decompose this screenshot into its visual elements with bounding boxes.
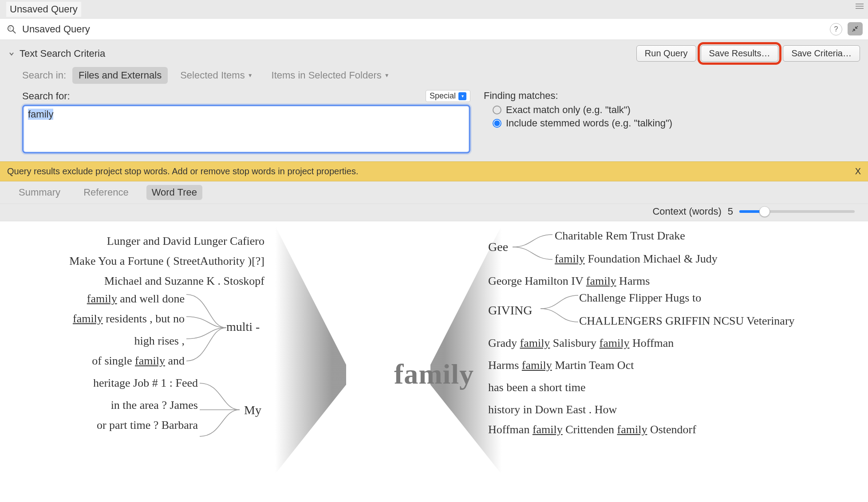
wt-right-node[interactable]: history in Down East . How [488, 403, 617, 416]
word-tree-root[interactable]: family [394, 358, 474, 391]
context-slider[interactable] [739, 210, 855, 213]
wt-left-node[interactable]: family residents , but no [73, 312, 185, 326]
wt-left-node[interactable]: of single family and [92, 354, 185, 368]
chevron-down-icon: ▼ [248, 72, 253, 78]
wt-right-node[interactable]: has been a short time [488, 381, 586, 394]
wt-right-node[interactable]: Charitable Rem Trust Drake [555, 229, 685, 243]
collapse-criteria-chevron-icon[interactable] [8, 50, 15, 57]
wt-left-branch-label[interactable]: My [244, 403, 261, 417]
save-criteria-button[interactable]: Save Criteria… [783, 45, 860, 62]
run-query-button[interactable]: Run Query [636, 45, 696, 62]
wt-left-branch-label[interactable]: multi - [226, 320, 260, 334]
wt-right-node[interactable]: Harms family Martin Team Oct [488, 359, 634, 372]
wt-left-node[interactable]: Make You a Fortune ( StreetAuthority )[?… [69, 255, 264, 268]
wt-right-node[interactable]: Hoffman family Crittenden family Ostendo… [488, 423, 696, 436]
wt-connector-icon [510, 229, 555, 265]
svg-text:T: T [9, 26, 12, 30]
wt-right-node[interactable]: CHALLENGERS GRIFFIN NCSU Veterinary [579, 314, 795, 328]
special-dropdown[interactable]: Special▾ [426, 90, 470, 102]
svg-line-1 [13, 30, 16, 33]
search-query-input[interactable]: family [22, 105, 470, 153]
finding-matches-title: Finding matches: [484, 90, 846, 102]
search-for-section: Search for: Special▾ family Finding matc… [0, 88, 868, 161]
wt-right-node[interactable]: family Foundation Michael & Judy [555, 252, 718, 266]
wt-right-node[interactable]: Grady family Salisbury family Hoffman [488, 337, 674, 350]
wt-left-node[interactable]: Michael and Suzanne K . Stoskopf [104, 275, 264, 288]
context-bar: Context (words) 5 [0, 204, 868, 221]
results-tabs: Summary Reference Word Tree [0, 181, 868, 204]
criteria-toolbar: Text Search Criteria Run Query Save Resu… [0, 40, 868, 65]
search-in-row: Search in: Files and Externals Selected … [0, 65, 868, 88]
wt-connector-icon [178, 288, 231, 368]
wt-left-node[interactable]: heritage Job # 1 : Feed [93, 376, 198, 390]
save-results-button[interactable]: Save Results… [701, 45, 779, 62]
wt-left-node[interactable]: or part time ? Barbara [97, 419, 198, 432]
wt-right-node[interactable]: Challenge Flipper Hugs to [579, 291, 701, 305]
slider-thumb[interactable] [759, 206, 770, 217]
collapse-panel-icon[interactable] [848, 22, 863, 35]
search-for-label: Search for: [22, 90, 70, 102]
search-in-label: Search in: [22, 70, 66, 81]
word-tree-visualization[interactable]: Lunger and David Lunger Cafiero Make You… [0, 221, 868, 501]
chevron-down-icon: ▼ [384, 72, 390, 78]
wt-left-node[interactable]: in the area ? James [111, 399, 198, 412]
radio-stemmed[interactable]: Include stemmed words (e.g. "talking") [493, 118, 846, 129]
radio-checked-icon [493, 119, 501, 128]
window-title-bar: Unsaved Query [0, 0, 868, 19]
tab-reference[interactable]: Reference [78, 185, 134, 200]
wt-left-node[interactable]: high rises , [134, 334, 185, 348]
finding-matches-group: Finding matches: Exact match only (e.g. … [484, 90, 846, 153]
window-title: Unsaved Query [6, 2, 81, 17]
tab-summary[interactable]: Summary [13, 185, 66, 200]
close-warning-button[interactable]: X [855, 166, 861, 176]
hamburger-menu-icon[interactable] [856, 4, 864, 9]
text-search-icon: T [6, 24, 17, 35]
warning-text: Query results exclude project stop words… [7, 166, 358, 176]
word-tree-right-trunk [430, 226, 501, 474]
wt-left-node[interactable]: Lunger and David Lunger Cafiero [107, 235, 264, 248]
wt-connector-icon [191, 376, 244, 447]
wt-left-node[interactable]: family and well done [87, 292, 185, 306]
radio-stemmed-label: Include stemmed words (e.g. "talking") [506, 118, 672, 129]
query-name: Unsaved Query [22, 24, 90, 35]
wt-right-branch-label[interactable]: GIVING [488, 303, 533, 318]
search-in-selected-folders[interactable]: Items in Selected Folders ▼ [265, 67, 396, 84]
query-header-bar: T Unsaved Query ? [0, 19, 868, 40]
search-in-files-externals[interactable]: Files and Externals [72, 67, 168, 84]
wt-connector-icon [539, 290, 579, 328]
tab-word-tree[interactable]: Word Tree [146, 185, 202, 200]
word-tree-left-trunk [275, 226, 346, 474]
wt-right-node[interactable]: George Hamilton IV family Harms [488, 275, 650, 288]
context-value: 5 [728, 206, 733, 217]
wt-right-branch-label[interactable]: Gee [488, 240, 508, 254]
stop-words-warning: Query results exclude project stop words… [0, 161, 868, 181]
radio-exact-match[interactable]: Exact match only (e.g. "talk") [493, 104, 846, 116]
context-label: Context (words) [652, 206, 721, 217]
help-button[interactable]: ? [830, 23, 842, 35]
radio-icon [493, 106, 501, 114]
radio-exact-label: Exact match only (e.g. "talk") [506, 104, 631, 116]
search-in-selected-items[interactable]: Selected Items ▼ [174, 67, 259, 84]
criteria-title: Text Search Criteria [20, 48, 105, 59]
chevron-down-icon: ▾ [458, 92, 466, 100]
